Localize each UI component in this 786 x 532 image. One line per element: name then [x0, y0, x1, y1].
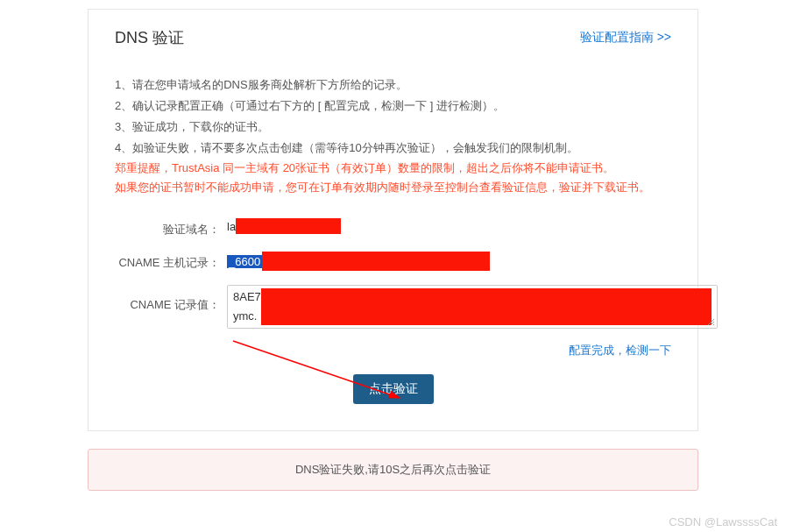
instructions: 1、请在您申请域名的DNS服务商处解析下方所给的记录。 2、确认记录配置正确（可…: [115, 74, 671, 197]
form-block: 验证域名： la CNAME 主机记录： _6600 CNAME 记录值： 8A…: [115, 218, 671, 404]
error-banner: DNS验证失败,请10S之后再次点击验证: [88, 449, 698, 491]
warning-line-1: 郑重提醒，TrustAsia 同一主域有 20张证书（有效订单）数量的限制，超出…: [115, 159, 671, 178]
verify-button-row: 点击验证: [115, 374, 671, 404]
cname-value-line1: 8AE7: [233, 288, 261, 306]
domain-prefix: la: [227, 220, 236, 233]
guide-link[interactable]: 验证配置指南 >>: [580, 30, 671, 46]
redacted-bar: [236, 218, 341, 234]
instruction-line-2: 2、确认记录配置正确（可通过右下方的 [ 配置完成，检测一下 ] 进行检测）。: [115, 96, 671, 117]
form-row-cname-host: CNAME 主机记录： _6600: [115, 252, 671, 271]
form-row-domain: 验证域名： la: [115, 218, 671, 238]
form-row-cname-value: CNAME 记录值： 8AE7 ymc.: [115, 285, 671, 329]
actions-row: 配置完成，检测一下: [115, 343, 671, 358]
warning-line-2: 如果您的证书暂时不能成功申请，您可在订单有效期内随时登录至控制台查看验证信息，验…: [115, 178, 671, 197]
cname-value-label: CNAME 记录值：: [115, 285, 220, 313]
cname-host-value: _6600: [227, 252, 490, 271]
resize-handle-icon[interactable]: [706, 317, 715, 326]
cname-host-prefix: _6600: [227, 255, 262, 268]
cname-host-label: CNAME 主机记录：: [115, 252, 220, 271]
cname-value-container: 8AE7 ymc.: [227, 285, 718, 329]
instruction-line-4: 4、如验证失败，请不要多次点击创建（需等待10分钟再次验证），会触发我们的限制机…: [115, 138, 671, 159]
redacted-bar: [262, 252, 490, 271]
cname-value-textarea[interactable]: 8AE7 ymc.: [227, 285, 718, 329]
domain-value: la: [227, 218, 341, 234]
verify-button[interactable]: 点击验证: [353, 374, 434, 404]
redacted-bar: [261, 288, 712, 325]
cname-value-line2: ymc.: [233, 308, 261, 325]
panel-header: DNS 验证 验证配置指南 >>: [115, 27, 671, 48]
svg-line-2: [713, 324, 714, 325]
panel-title: DNS 验证: [115, 27, 184, 48]
config-done-link[interactable]: 配置完成，检测一下: [569, 344, 671, 357]
domain-label: 验证域名：: [115, 218, 220, 238]
dns-verify-panel: DNS 验证 验证配置指南 >> 1、请在您申请域名的DNS服务商处解析下方所给…: [88, 9, 698, 431]
instruction-line-3: 3、验证成功，下载你的证书。: [115, 117, 671, 138]
instruction-line-1: 1、请在您申请域名的DNS服务商处解析下方所给的记录。: [115, 74, 671, 96]
